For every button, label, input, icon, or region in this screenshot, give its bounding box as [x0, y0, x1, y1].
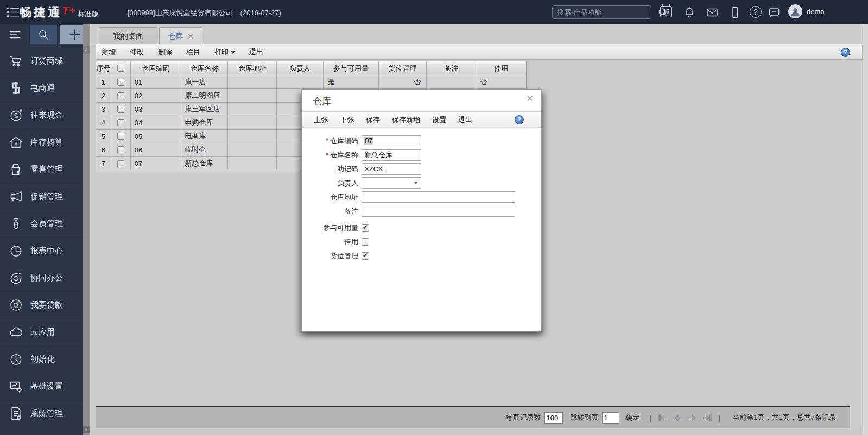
divider: |	[650, 414, 651, 422]
content-scrollbar[interactable]	[863, 24, 868, 435]
topbar: 畅捷通T+标准版 [000999]山东康悦堂经贸有限公司(2016-07-27)…	[0, 0, 868, 24]
sidebar-item-basic-settings[interactable]: 基础设置	[0, 373, 83, 400]
tab-warehouse[interactable]: 仓库 ✕	[159, 27, 202, 44]
tab-my-desktop[interactable]: 我的桌面	[99, 27, 157, 44]
tab-label: 我的桌面	[113, 31, 143, 41]
delete-button[interactable]: 删除	[158, 47, 172, 57]
mail-icon[interactable]	[706, 6, 719, 19]
bottom-strip	[90, 428, 868, 435]
cell-seq: 1	[96, 75, 111, 88]
sidebar-item-system[interactable]: 系统管理	[0, 400, 83, 427]
sidebar-item-label: 往来现金	[30, 110, 63, 120]
per-page-input[interactable]	[544, 412, 563, 424]
sidebar-item-cloud[interactable]: 云应用	[0, 319, 83, 346]
sidebar-item-promotion[interactable]: 促销管理	[0, 183, 83, 210]
brand-name: 畅捷通	[20, 5, 62, 19]
settings-button[interactable]: 设置	[432, 115, 446, 125]
row-checkbox[interactable]	[117, 79, 124, 86]
sidebar-menu-icon[interactable]	[2, 25, 27, 44]
save-and-new-button[interactable]: 保存新增	[392, 115, 420, 125]
cell-code: 01	[131, 75, 181, 88]
tab-close-icon[interactable]: ✕	[187, 32, 194, 41]
cell-seq: 4	[96, 116, 111, 129]
save-button[interactable]: 保存	[366, 115, 380, 125]
row-checkbox[interactable]	[117, 92, 124, 99]
available-checkbox[interactable]	[362, 224, 369, 232]
exit-button[interactable]: 退出	[458, 115, 472, 125]
notification-bell-icon[interactable]	[683, 6, 696, 19]
sidebar-item-member[interactable]: 会员管理	[0, 210, 83, 238]
exit-button[interactable]: 退出	[249, 47, 263, 57]
help-icon[interactable]: ?	[750, 6, 762, 18]
cell-checkbox	[111, 103, 131, 116]
sidebar-item-label: 零售管理	[30, 164, 63, 175]
sidebar-scrollbar[interactable]: ∧ ∨	[83, 24, 90, 435]
last-page-icon[interactable]	[702, 414, 712, 422]
code-value: 07	[364, 137, 373, 145]
edit-button[interactable]: 修改	[130, 47, 144, 57]
goto-confirm-button[interactable]: 确定	[626, 413, 640, 423]
search-input[interactable]	[553, 8, 657, 16]
row-checkbox[interactable]	[117, 119, 124, 126]
divider: |	[719, 414, 720, 422]
sidebar-item-reports[interactable]: 报表中心	[0, 238, 83, 265]
row-checkbox[interactable]	[117, 146, 124, 153]
toolbar-help-icon[interactable]: ?	[841, 48, 850, 57]
disabled-label: 停用	[302, 237, 358, 247]
app-logo: 畅捷通T+标准版	[20, 4, 99, 21]
header-name: 仓库名称	[181, 61, 229, 75]
goto-page-input[interactable]	[602, 412, 619, 424]
sidebar-item-order-mall[interactable]: 订货商城	[0, 48, 83, 75]
sidebar-item-retail[interactable]: $ 零售管理	[0, 156, 83, 183]
name-field[interactable]	[362, 149, 421, 161]
feedback-chat-icon[interactable]	[768, 6, 781, 19]
sidebar-item-inventory[interactable]: ¥ 库存核算	[0, 129, 83, 156]
global-search	[552, 5, 651, 19]
calendar-icon[interactable]: 15	[660, 6, 672, 17]
cell-name: 新总仓库	[181, 157, 229, 170]
manager-dropdown[interactable]	[362, 177, 421, 189]
cell-seq: 7	[96, 157, 111, 170]
sidebar-search-icon[interactable]	[30, 25, 57, 44]
prev-record-button[interactable]: 上张	[314, 115, 328, 125]
mobile-phone-icon[interactable]	[728, 6, 742, 19]
sidebar-item-cash[interactable]: $ 往来现金	[0, 102, 83, 129]
main-menu-icon[interactable]	[5, 5, 21, 19]
disabled-checkbox[interactable]	[362, 238, 369, 246]
select-all-checkbox[interactable]	[117, 65, 124, 72]
sidebar-item-ecommerce[interactable]: 电商通	[0, 75, 83, 102]
row-checkbox[interactable]	[117, 133, 124, 140]
sidebar-item-collaboration[interactable]: 协同办公	[0, 265, 83, 292]
add-button[interactable]: 新增	[102, 47, 116, 57]
sidebar-item-label: 基础设置	[30, 381, 63, 392]
columns-button[interactable]: 栏目	[186, 47, 200, 57]
print-button[interactable]: 打印	[214, 47, 235, 57]
mnemonic-field[interactable]	[362, 163, 421, 175]
location-mgmt-checkbox[interactable]	[362, 252, 369, 260]
code-label: *仓库编码	[302, 136, 358, 146]
sidebar-menu: 订货商城 电商通 $ 往来现金 ¥ 库存核算 $ 零售管理 促销管理	[0, 48, 83, 427]
user-menu[interactable]: demo	[788, 4, 825, 18]
scroll-down-icon[interactable]: ∨	[83, 426, 90, 433]
prev-page-icon[interactable]	[673, 414, 682, 422]
row-checkbox[interactable]	[117, 160, 124, 167]
next-record-button[interactable]: 下张	[340, 115, 354, 125]
note-field[interactable]	[362, 206, 515, 217]
next-page-icon[interactable]	[688, 414, 697, 422]
sidebar-item-initialization[interactable]: 初始化	[0, 346, 83, 373]
code-field[interactable]: 07	[362, 135, 421, 146]
cell-checkbox	[111, 75, 131, 88]
close-icon[interactable]: ✕	[527, 93, 534, 104]
per-page-label: 每页记录数	[506, 413, 541, 423]
first-page-icon[interactable]	[658, 414, 668, 422]
cell-seq: 5	[96, 130, 111, 143]
brand-tplus: T+	[62, 4, 75, 16]
address-field[interactable]	[362, 191, 515, 203]
cell-address	[228, 157, 277, 170]
table-row[interactable]: 1 01 康一店 是 否 否	[96, 75, 526, 89]
dialog-help-icon[interactable]: ?	[515, 115, 524, 124]
dropdown-arrow-icon[interactable]	[414, 182, 418, 184]
scroll-up-icon[interactable]: ∧	[83, 46, 90, 54]
row-checkbox[interactable]	[117, 106, 124, 113]
sidebar-item-loan[interactable]: 贷 我要贷款	[0, 292, 83, 319]
